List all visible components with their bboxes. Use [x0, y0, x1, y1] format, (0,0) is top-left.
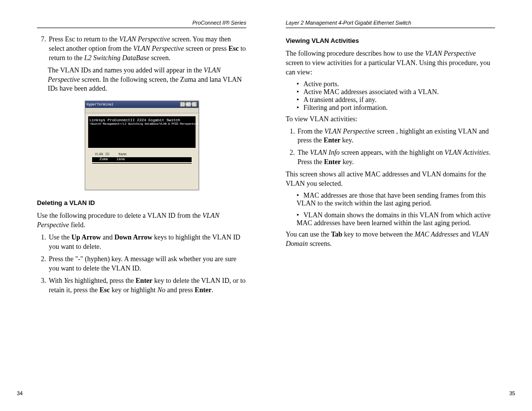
- step-7: Press Esc to return to the VLAN Perspect…: [48, 35, 246, 63]
- view-capabilities-list: Active ports. Active MAC addresses assoc…: [297, 80, 495, 112]
- tab-hint: You can use the Tab key to move between …: [286, 230, 495, 249]
- list-item: Filtering and port information.: [297, 104, 495, 112]
- page-right: Layer 2 Management 4-Port Gigabit Ethern…: [266, 0, 532, 411]
- page-number-right: 35: [509, 390, 515, 396]
- screen-details-list: MAC addresses are those that have been s…: [297, 192, 495, 227]
- delete-intro: Use the following procedure to delete a …: [37, 211, 246, 230]
- view-step-1: From the VLAN Perspective screen , highl…: [297, 127, 495, 146]
- screenshot-title: HyperTerminal: [87, 103, 114, 106]
- running-header-right: Layer 2 Management 4-Port Gigabit Ethern…: [286, 20, 495, 28]
- heading-deleting-vlan-id: Deleting a VLAN ID: [37, 199, 246, 206]
- delete-step-1: Use the Up Arrow and Down Arrow keys to …: [48, 233, 246, 252]
- view-steps: From the VLAN Perspective screen , highl…: [297, 127, 495, 168]
- heading-viewing-vlan-activities: Viewing VLAN Activities: [286, 37, 495, 44]
- continuation-steps: Press Esc to return to the VLAN Perspect…: [48, 35, 246, 63]
- screenshot-vlan-perspective: HyperTerminal LINKSYS Linksys ProConnect…: [85, 101, 199, 190]
- table-row: Zumalana: [92, 157, 192, 162]
- vlan-ids-paragraph: The VLAN IDs and names you added will ap…: [48, 66, 246, 94]
- view-lead: To view VLAN activities:: [286, 115, 495, 124]
- delete-step-3: With Yes highlighted, press the Enter ke…: [48, 276, 246, 295]
- list-item: Active MAC addresses associated with a V…: [297, 88, 495, 96]
- list-item: Active ports.: [297, 80, 495, 88]
- delete-step-2: Press the "-" (hyphen) key. A message wi…: [48, 255, 246, 274]
- view-intro: The following procedure describes how to…: [286, 49, 495, 77]
- delete-steps: Use the Up Arrow and Down Arrow keys to …: [48, 233, 246, 295]
- page-number-left: 34: [17, 390, 23, 396]
- screen-description: This screen shows all active MAC address…: [286, 170, 495, 189]
- list-item: MAC addresses are those that have been s…: [297, 192, 495, 207]
- list-item: VLAN domain shows the domains in this VL…: [297, 211, 495, 227]
- page-left: ProConnect II® Series Press Esc to retur…: [0, 0, 266, 411]
- view-step-2: The VLAN Info screen appears, with the h…: [297, 148, 495, 167]
- running-header-left: ProConnect II® Series: [37, 20, 246, 28]
- screenshot-terminal: LINKSYS Linksys ProConnectII 2224 Gigabi…: [88, 116, 196, 148]
- page-spread: ProConnect II® Series Press Esc to retur…: [0, 0, 532, 411]
- screenshot-table: VLAN IDName Zumalana: [88, 151, 196, 190]
- list-item: A transient address, if any.: [297, 96, 495, 104]
